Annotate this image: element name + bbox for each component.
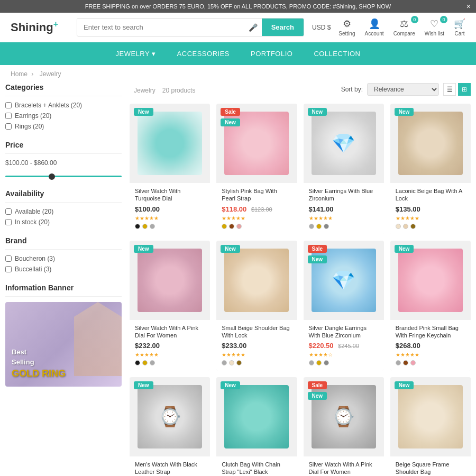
search-input[interactable] [77,19,244,36]
product-card[interactable]: New Clutch Bag With Chain Strap "Lexi" B… [216,377,297,476]
color-option[interactable] [222,224,227,229]
announcement-bar: FREE SHIPPING on over ORDERS 75 EURO, 15… [0,0,476,13]
category-earrings-checkbox[interactable] [5,113,12,119]
color-option[interactable] [222,360,227,365]
wishlist-button[interactable]: ♡ 0 Wish list [425,18,444,36]
categories-section: Categories Bracelets + Anklets (20) Earr… [5,83,122,130]
product-price: $220.50 $245.00 [309,342,379,350]
brand-boucheron[interactable]: Boucheron (3) [5,255,122,262]
categories-list: Bracelets + Anklets (20) Earrings (20) R… [5,102,122,130]
color-option[interactable] [324,224,329,229]
nav-jewelry[interactable]: JEWELRY ▾ [105,42,167,65]
brand-buccellati[interactable]: Buccellati (3) [5,266,122,273]
availability-available[interactable]: Available (20) [5,208,122,215]
product-info: Silver Watch With Turquoise Dial $100.00… [130,183,210,234]
product-badge-new: New [395,245,414,253]
sidebar: Categories Bracelets + Anklets (20) Earr… [5,83,122,476]
nav-accessories[interactable]: ACCESSORIES [167,42,240,65]
color-option[interactable] [229,224,234,229]
color-option[interactable] [316,360,322,365]
compare-button[interactable]: ⚖ 0 Compare [393,18,415,36]
product-thumbnail [224,385,289,448]
color-option[interactable] [410,360,416,365]
product-card[interactable]: Sale New Stylish Pink Bag With Pearl Str… [216,104,297,234]
info-banner[interactable]: Best Selling GOLD RING [5,302,122,387]
color-option[interactable] [229,360,234,365]
product-card[interactable]: New 💎 Silver Earrings With Blue Zirconiu… [304,104,384,234]
color-option[interactable] [309,224,314,229]
product-card[interactable]: New Small Beige Shoulder Bag With Lock $… [216,241,297,371]
close-announcement-button[interactable]: × [466,2,471,11]
color-option[interactable] [236,360,242,365]
product-price: $118.00 $123.00 [222,205,291,213]
grid-view-button[interactable]: ⊞ [458,83,471,96]
product-colors [222,360,291,365]
color-option[interactable] [150,224,155,229]
nav-portfolio[interactable]: PORTFOLIO [240,42,303,65]
category-earrings[interactable]: Earrings (20) [5,112,122,120]
product-card[interactable]: New Silver Watch With Turquoise Dial $10… [130,104,210,234]
color-option[interactable] [410,224,416,229]
old-price: $123.00 [251,206,272,213]
logo[interactable]: Shining+ [11,20,69,34]
account-button[interactable]: 👤 Account [364,18,383,36]
price-range-slider[interactable] [5,176,122,177]
product-info: Silver Watch With A Pink Dial For Women … [130,320,210,371]
brand-section: Brand Boucheron (3) Buccellati (3) [5,236,122,273]
color-option[interactable] [236,224,242,229]
instock-checkbox[interactable] [5,219,12,225]
availability-instock[interactable]: In stock (20) [5,218,122,226]
product-name: Clutch Bag With Chain Strap "Lexi" Black [222,461,291,476]
color-option[interactable] [135,360,140,365]
header: Shining+ 🎤 Search USD $ ⚙ Setting 👤 Acco… [0,13,476,42]
list-view-button[interactable]: ☰ [443,83,456,96]
setting-label: Setting [338,31,355,36]
color-option[interactable] [142,224,148,229]
category-bracelets-checkbox[interactable] [5,102,12,108]
product-info: Beige Square Frame Shoulder Bag [390,456,471,476]
product-card[interactable]: New Laconic Beige Bag With A Lock $135.0… [390,104,471,234]
account-icon: 👤 [369,18,380,30]
color-option[interactable] [135,224,140,229]
cart-button[interactable]: 🛒 Cart [454,18,465,36]
breadcrumb-home[interactable]: Home [11,70,28,78]
info-banner-title: Information Banner [5,283,122,297]
color-option[interactable] [324,360,329,365]
microphone-icon[interactable]: 🎤 [244,23,262,32]
product-name: Silver Watch With Turquoise Dial [135,187,205,203]
color-option[interactable] [396,224,401,229]
product-name: Beige Square Frame Shoulder Bag [396,461,465,476]
price-title: Price [5,141,122,154]
color-option[interactable] [150,360,155,365]
product-rating: ★★★★★ [222,215,291,221]
search-button[interactable]: Search [262,19,304,36]
old-price: $245.00 [338,343,359,349]
sort-dropdown[interactable]: Relevance Price: Low to High Price: High… [367,83,439,96]
product-card[interactable]: Sale New 💎 Silver Dangle Earrings With B… [304,241,384,371]
breadcrumb-current: Jewelry [40,70,61,78]
product-card[interactable]: New Beige Square Frame Shoulder Bag [390,377,471,476]
nav-collection[interactable]: COLLECTION [303,42,371,65]
product-badge-new: New [395,108,414,116]
category-rings[interactable]: Rings (20) [5,123,122,130]
available-checkbox[interactable] [5,208,12,215]
main-layout: Categories Bracelets + Anklets (20) Earr… [0,83,476,476]
color-option[interactable] [403,224,408,229]
product-card[interactable]: Sale New ⌚ Silver Watch With A Pink Dial… [304,377,384,476]
product-card[interactable]: New ⌚ Men's Watch With Black Leather Str… [130,377,210,476]
product-card[interactable]: New Silver Watch With A Pink Dial For Wo… [130,241,210,371]
category-rings-checkbox[interactable] [5,123,12,130]
buccellati-checkbox[interactable] [5,266,12,272]
color-option[interactable] [396,360,401,365]
product-badge-new: New [221,381,240,389]
color-option[interactable] [403,360,408,365]
product-rating: ★★★★★ [396,352,465,358]
currency-selector[interactable]: USD $ [312,24,331,31]
color-option[interactable] [316,224,322,229]
boucheron-checkbox[interactable] [5,255,12,262]
category-bracelets[interactable]: Bracelets + Anklets (20) [5,102,122,109]
color-option[interactable] [309,360,314,365]
setting-button[interactable]: ⚙ Setting [338,18,355,36]
color-option[interactable] [142,360,148,365]
product-card[interactable]: New Branded Pink Small Bag With Fringe K… [390,241,471,371]
